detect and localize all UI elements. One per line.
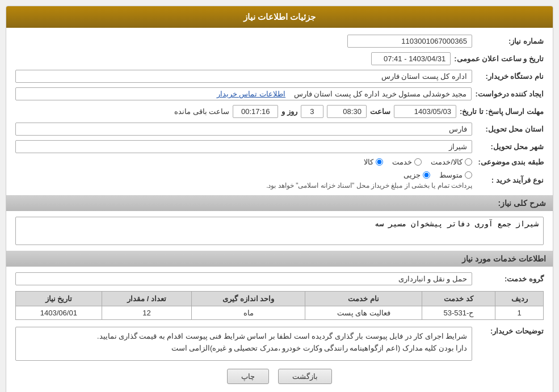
col-header-quantity: تعداد / مقدار — [102, 292, 192, 306]
label-days: روز و — [281, 107, 297, 116]
purchase-type-jozii[interactable]: جزیی — [404, 171, 430, 179]
cell-row: 1 — [495, 306, 544, 320]
section-need-summary: شرح کلی نیاز: — [6, 195, 553, 211]
label-requester: ایجاد کننده درخواست: — [475, 90, 544, 98]
delivery-province-value: فارس — [15, 123, 472, 136]
label-kala-khadamat: کالا/خدمت — [431, 158, 463, 166]
purchase-type-motavaset[interactable]: متوسط — [439, 171, 472, 179]
label-service-group: گروه خدمت: — [476, 275, 544, 283]
cell-date: 1403/06/01 — [16, 306, 102, 320]
announcement-date-value: 1403/04/31 - 07:41 — [371, 52, 451, 65]
section-services: اطلاعات خدمات مورد نیاز — [6, 251, 553, 267]
response-time-value: 08:30 — [327, 105, 367, 118]
category-option-kala-khadamat[interactable]: کالا/خدمت — [431, 158, 472, 166]
label-kala: کالا — [364, 158, 373, 166]
services-table-section: ردیف کد خدمت نام خدمت واحد اندازه گیری ت… — [15, 291, 544, 320]
label-delivery-province: استان محل تحویل: — [476, 125, 544, 133]
purchase-type-note: پرداخت تمام یا بخشی از مبلغ خریداز محل "… — [15, 182, 472, 189]
table-row: 1 ح-531-53 فعالیت های پست ماه 12 1403/06… — [16, 306, 544, 320]
cell-service-name: فعالیت های پست — [305, 306, 422, 320]
col-header-service-code: کد خدمت — [422, 292, 495, 306]
purchase-type-radio-group: متوسط جزیی — [15, 171, 472, 179]
category-radio-group: کالا/خدمت خدمت کالا — [15, 158, 472, 166]
buyer-org-value: اداره کل پست استان فارس — [15, 70, 472, 83]
radio-jozii[interactable] — [423, 171, 430, 179]
label-category: طبقه بندی موضوعی: — [476, 158, 544, 166]
col-header-row: ردیف — [495, 292, 544, 306]
delivery-city-value: شیراز — [15, 140, 472, 153]
services-table: ردیف کد خدمت نام خدمت واحد اندازه گیری ت… — [15, 291, 544, 320]
col-header-service-name: نام خدمت — [305, 292, 422, 306]
label-announcement: تاریخ و ساعت اعلان عمومی: — [454, 54, 544, 63]
label-motavaset: متوسط — [439, 171, 463, 179]
label-purchase-type: نوع فرآیند خرید : — [476, 176, 544, 184]
col-header-unit: واحد اندازه گیری — [192, 292, 305, 306]
radio-kala[interactable] — [376, 158, 383, 166]
requester-value: مجید خوشدلی مسئول خرید اداره کل پست استا… — [15, 87, 472, 100]
cell-unit: ماه — [192, 306, 305, 320]
radio-motavaset[interactable] — [465, 171, 472, 179]
label-delivery-city: شهر محل تحویل: — [476, 142, 544, 151]
print-button[interactable]: چاپ — [227, 369, 269, 384]
buyer-notes-value: شرایط اجرای کار در فایل پیوست بار گذاری … — [15, 327, 472, 361]
remaining-time-value: 00:17:16 — [233, 105, 278, 118]
label-need-number: شماره نیاز: — [476, 37, 544, 45]
category-option-kala[interactable]: کالا — [364, 158, 383, 166]
category-option-khadamat[interactable]: خدمت — [392, 158, 422, 166]
service-group-value: حمل و نقل و انبارداری — [15, 272, 472, 285]
col-header-date: تاریخ نیاز — [16, 292, 102, 306]
actions-row: بازگشت چاپ — [15, 369, 544, 390]
radio-khadamat[interactable] — [414, 158, 422, 166]
label-response-deadline: مهلت ارسال پاسخ: تا تاریخ: — [460, 107, 544, 116]
label-buyer-notes: توضیحات خریدار: — [476, 327, 544, 335]
label-khadamat: خدمت — [392, 158, 412, 166]
label-remaining: ساعت باقی مانده — [174, 107, 229, 116]
response-days-value: 3 — [301, 105, 323, 118]
cell-service-code: ح-531-53 — [422, 306, 495, 320]
label-time: ساعت — [370, 107, 390, 116]
cell-quantity: 12 — [102, 306, 192, 320]
response-date-value: 1403/05/03 — [394, 105, 456, 118]
label-buyer-org: نام دستگاه خریدار: — [476, 72, 544, 81]
requester-name: مجید خوشدلی مسئول خرید اداره کل پست استا… — [294, 90, 467, 98]
requester-contact-link[interactable]: اطلاعات تماس خریدار — [217, 90, 285, 98]
page-title: جزئیات اطلاعات نیاز — [6, 6, 553, 28]
label-jozii: جزیی — [404, 171, 421, 179]
need-summary-textarea[interactable]: شیراز جمع آوری دفاتر پیشخوان مسیر سه — [15, 217, 544, 245]
radio-kala-khadamat[interactable] — [465, 158, 472, 166]
back-button[interactable]: بازگشت — [278, 369, 332, 384]
need-number-value: 1103001067000365 — [347, 35, 472, 48]
